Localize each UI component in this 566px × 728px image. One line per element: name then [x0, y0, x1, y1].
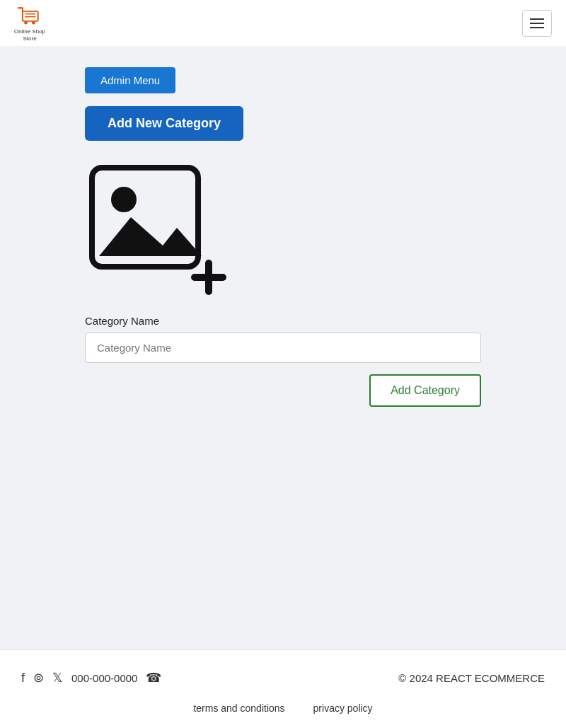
image-upload-area[interactable]: [85, 161, 226, 295]
svg-point-4: [24, 21, 28, 25]
privacy-link[interactable]: privacy policy: [313, 703, 373, 714]
terms-link[interactable]: terms and conditions: [193, 703, 284, 714]
logo-text: Online Shop Store: [14, 28, 45, 42]
facebook-icon[interactable]: f: [21, 671, 25, 686]
hamburger-button[interactable]: [522, 10, 552, 37]
twitter-icon[interactable]: 𝕏: [52, 670, 63, 686]
phone-number: 000-000-0000: [71, 672, 137, 684]
footer-links: terms and conditions privacy policy: [21, 703, 545, 714]
instagram-icon[interactable]: ⊚: [33, 670, 44, 686]
svg-marker-8: [99, 217, 202, 256]
main-content: Admin Menu Add New Category Category Nam…: [0, 46, 566, 649]
admin-menu-button[interactable]: Admin Menu: [85, 67, 175, 93]
svg-point-5: [32, 21, 35, 25]
cart-icon: [16, 4, 44, 28]
site-footer: f ⊚ 𝕏 000-000-0000 ☎ © 2024 REACT ECOMME…: [0, 649, 566, 728]
hamburger-line-2: [530, 23, 544, 24]
add-new-category-button[interactable]: Add New Category: [85, 106, 243, 141]
category-name-input[interactable]: [85, 333, 481, 363]
svg-point-7: [111, 187, 137, 212]
footer-top: f ⊚ 𝕏 000-000-0000 ☎ © 2024 REACT ECOMME…: [21, 670, 545, 686]
category-name-group: Category Name: [85, 315, 481, 363]
category-name-label: Category Name: [85, 315, 481, 327]
logo[interactable]: Online Shop Store: [14, 4, 45, 42]
phone-icon: ☎: [146, 670, 161, 686]
footer-social: f ⊚ 𝕏 000-000-0000 ☎: [21, 670, 161, 686]
site-header: Online Shop Store: [0, 0, 566, 46]
footer-copyright: © 2024 REACT ECOMMERCE: [398, 672, 545, 684]
add-category-button[interactable]: Add Category: [369, 374, 481, 407]
image-upload-icon: [85, 161, 226, 295]
hamburger-line-1: [530, 18, 544, 20]
hamburger-line-3: [530, 27, 544, 28]
